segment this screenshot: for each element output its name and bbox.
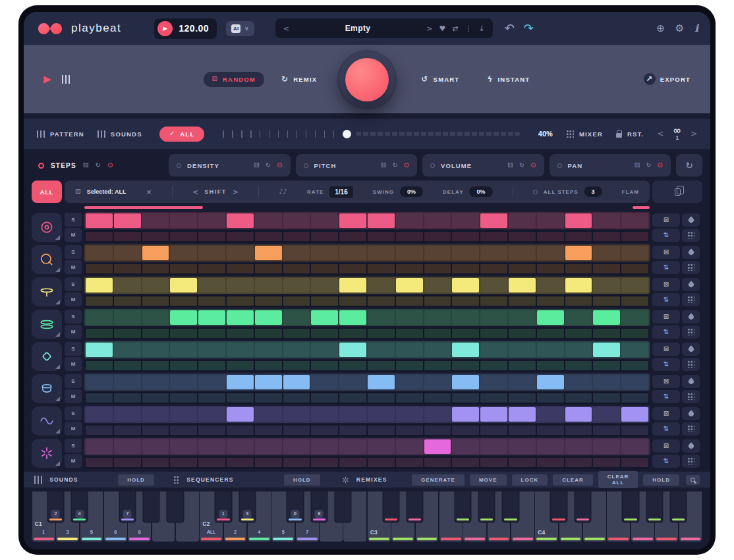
- substep-cell[interactable]: [368, 232, 395, 241]
- substep-cell[interactable]: [198, 458, 225, 467]
- delay-value[interactable]: 0%: [469, 186, 492, 197]
- row-faders-button[interactable]: ⇅: [652, 261, 680, 274]
- dice-icon[interactable]: ⚄: [507, 162, 513, 169]
- step-cell[interactable]: [537, 278, 564, 293]
- substep-cell[interactable]: [537, 232, 564, 241]
- step-cell[interactable]: [311, 246, 338, 260]
- substep-cell[interactable]: [198, 329, 225, 338]
- row-drag-handle[interactable]: [682, 422, 700, 435]
- substep-cell[interactable]: [593, 264, 620, 273]
- substep-cell[interactable]: [396, 232, 423, 241]
- shift-right-button[interactable]: >: [233, 188, 239, 196]
- substep-cell[interactable]: [509, 264, 536, 273]
- step-cell[interactable]: [565, 439, 592, 454]
- substep-cell[interactable]: [227, 393, 254, 403]
- power-icon[interactable]: ⊙: [658, 162, 663, 169]
- step-cell[interactable]: [86, 375, 113, 389]
- substep-cell[interactable]: [142, 296, 169, 306]
- shift-left-button[interactable]: <: [192, 188, 198, 196]
- step-cell[interactable]: [227, 246, 254, 260]
- solo-button[interactable]: S: [65, 310, 82, 323]
- clear-row-button[interactable]: ⊠: [652, 310, 680, 323]
- clear-row-button[interactable]: ⊠: [652, 407, 680, 420]
- piano-key-black[interactable]: [144, 491, 159, 522]
- substep-cell[interactable]: [452, 264, 479, 273]
- substep-cell[interactable]: [255, 264, 282, 273]
- step-cell[interactable]: [142, 246, 169, 260]
- tab-volume[interactable]: VOLUME ⚄ ↻ ⊙: [422, 154, 544, 177]
- step-cell[interactable]: [593, 407, 620, 422]
- step-cell[interactable]: [480, 278, 507, 293]
- transport-play-icon[interactable]: ▶: [43, 74, 51, 84]
- mute-button[interactable]: M: [65, 260, 82, 274]
- pattern-loop-indicator[interactable]: ∞ 1: [673, 126, 681, 141]
- step-cell[interactable]: [593, 375, 620, 389]
- track-icon-wave[interactable]: [32, 406, 62, 435]
- substep-cell[interactable]: [198, 232, 225, 241]
- substep-cell[interactable]: [170, 426, 197, 435]
- substep-cell[interactable]: [452, 426, 479, 435]
- mute-button[interactable]: M: [65, 389, 82, 403]
- substep-cell[interactable]: [509, 232, 536, 241]
- piano-key-black[interactable]: [479, 491, 494, 522]
- step-cell[interactable]: [311, 375, 338, 389]
- mute-button[interactable]: M: [65, 293, 82, 306]
- step-cell[interactable]: [86, 213, 113, 228]
- step-cell[interactable]: [142, 278, 169, 293]
- step-cell[interactable]: [424, 278, 451, 293]
- step-cell[interactable]: [339, 278, 366, 293]
- row-faders-button[interactable]: ⇅: [652, 358, 680, 371]
- tab-pan[interactable]: PAN ⚄ ↻ ⊙: [550, 154, 671, 177]
- step-cell[interactable]: [283, 310, 310, 325]
- substep-cell[interactable]: [396, 393, 423, 403]
- step-cell[interactable]: [86, 246, 113, 260]
- main-knob[interactable]: [337, 50, 397, 109]
- step-cell[interactable]: [480, 343, 507, 357]
- step-cell[interactable]: [198, 375, 225, 389]
- step-cell[interactable]: [593, 343, 620, 357]
- row-drag-handle[interactable]: [682, 455, 700, 468]
- step-cell[interactable]: [283, 246, 310, 260]
- substep-cell[interactable]: [170, 232, 197, 241]
- step-cell[interactable]: [339, 375, 366, 389]
- substep-cell[interactable]: [509, 458, 536, 467]
- substep-cell[interactable]: [480, 426, 507, 435]
- substep-cell[interactable]: [621, 329, 648, 338]
- step-cell[interactable]: [509, 310, 536, 325]
- track-icon-snap[interactable]: [32, 439, 62, 468]
- substep-cell[interactable]: [339, 393, 366, 403]
- step-cell[interactable]: [198, 310, 225, 325]
- power-icon[interactable]: ⊙: [530, 162, 536, 169]
- step-cell[interactable]: [283, 375, 310, 389]
- substep-cell[interactable]: [480, 264, 507, 273]
- substep-cell[interactable]: [170, 329, 197, 338]
- step-cell[interactable]: [198, 343, 225, 357]
- substep-cell[interactable]: [227, 329, 254, 338]
- substep-cell[interactable]: [114, 393, 141, 403]
- substep-cell[interactable]: [424, 393, 451, 403]
- substep-cell[interactable]: [142, 361, 169, 370]
- substep-cell[interactable]: [283, 264, 310, 273]
- substep-cell[interactable]: [509, 329, 536, 338]
- substep-cell[interactable]: [424, 232, 451, 241]
- step-cell[interactable]: [227, 213, 254, 228]
- substep-cell[interactable]: [227, 426, 254, 435]
- step-cell[interactable]: [480, 213, 507, 228]
- piano-key-black[interactable]: 7: [120, 491, 135, 522]
- substep-cell[interactable]: [565, 458, 592, 467]
- amount-slider[interactable]: [223, 130, 519, 138]
- substep-cell[interactable]: [424, 264, 451, 273]
- substep-cell[interactable]: [255, 296, 282, 306]
- step-cell[interactable]: [509, 407, 536, 422]
- step-cell[interactable]: [368, 407, 395, 422]
- step-cell[interactable]: [311, 439, 338, 454]
- step-cell[interactable]: [227, 310, 254, 325]
- substep-cell[interactable]: [227, 458, 254, 467]
- refresh-icon[interactable]: ↻: [392, 162, 397, 169]
- humanize-button[interactable]: [682, 278, 700, 291]
- step-cell[interactable]: [509, 439, 536, 454]
- step-cell[interactable]: [621, 213, 648, 228]
- step-cell[interactable]: [480, 246, 507, 260]
- step-cell[interactable]: [227, 343, 254, 357]
- substep-cell[interactable]: [537, 393, 564, 403]
